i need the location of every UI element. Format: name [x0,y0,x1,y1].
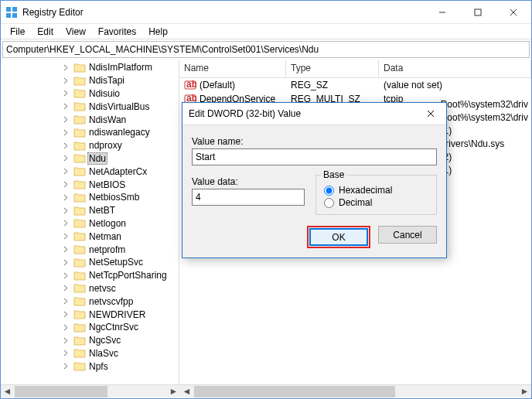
tree-expand-icon[interactable] [63,116,73,123]
tree-expand-icon[interactable] [63,337,73,344]
value-name-input[interactable] [192,148,437,165]
tree-expand-icon[interactable] [63,103,73,110]
scroll-thumb[interactable] [15,386,107,397]
tree-item[interactable]: Ndisuio [1,87,179,101]
tree-item[interactable]: NgcSvc [1,334,179,347]
tree-expand-icon[interactable] [63,90,73,97]
minimize-button[interactable] [425,1,460,24]
tree-expand-icon[interactable] [63,259,73,266]
tree-expand-icon[interactable] [63,194,73,201]
cancel-button[interactable]: Cancel [378,226,437,244]
tree-expand-icon[interactable] [63,272,73,279]
col-name[interactable]: Name [179,60,286,77]
col-type[interactable]: Type [286,60,379,77]
dialog-titlebar[interactable]: Edit DWORD (32-bit) Value [182,103,446,125]
tree-item[interactable]: ndproxy [1,139,179,152]
tree-expand-icon[interactable] [63,363,73,370]
tree-item[interactable]: Npfs [1,360,179,373]
list-hscroll[interactable]: ◄ ► [180,384,531,397]
tree-expand-icon[interactable] [63,129,73,136]
tree-item[interactable]: NdisVirtualBus [1,100,179,113]
tree-item[interactable]: NetBIOS [1,178,179,191]
tree-expand-icon[interactable] [63,207,73,214]
folder-icon [73,75,86,86]
radio-dec-input[interactable] [324,198,334,208]
tree-item-label: ndiswanlegacy [87,127,152,138]
value-data-input[interactable] [192,189,305,206]
tree-expand-icon[interactable] [63,311,73,318]
radio-hex[interactable]: Hexadecimal [324,185,428,196]
tree-hscroll[interactable]: ◄ ► [1,384,180,397]
close-button[interactable] [496,1,531,24]
menu-favorites[interactable]: Favorites [92,25,142,39]
tree-item[interactable]: netvsc [1,282,179,295]
col-data[interactable]: Data [379,60,531,77]
tree-item[interactable]: Ndu [1,152,179,165]
scroll-right-icon[interactable]: ► [518,385,531,398]
menu-help[interactable]: Help [142,25,174,39]
maximize-button[interactable] [460,1,496,24]
tree-item[interactable]: NdisWan [1,113,179,126]
tree-item[interactable]: Netlogon [1,217,179,230]
radio-hex-input[interactable] [324,186,334,196]
tree-expand-icon[interactable] [63,142,73,149]
value-data: (value not set) [379,80,531,90]
tree-expand-icon[interactable] [63,168,73,175]
tree-item-label: NdisImPlatform [87,62,154,73]
tree-expand-icon[interactable] [63,220,73,227]
tree-item[interactable]: NetSetupSvc [1,256,179,269]
tree-item[interactable]: ndiswanlegacy [1,126,179,139]
folder-icon [73,62,86,73]
hidden-value-text: Root%\system32\driv [441,98,528,111]
ok-button[interactable]: OK [309,228,368,246]
dialog-title: Edit DWORD (32-bit) Value [189,108,415,119]
folder-icon [73,114,86,125]
tree-item[interactable]: NetbiosSmb [1,191,179,204]
bottom-scrollbars: ◄ ► ◄ ► [1,384,531,397]
folder-icon [73,127,86,138]
tree-item-label: NlaSvc [87,348,120,359]
svg-text:ab: ab [186,79,196,90]
tree-pane[interactable]: NdisImPlatformNdisTapiNdisuioNdisVirtual… [1,60,179,384]
tree-item[interactable]: NetTcpPortSharing [1,269,179,282]
folder-icon [73,205,86,216]
menu-view[interactable]: View [60,25,92,39]
tree-expand-icon[interactable] [63,77,73,84]
tree-item-label: NdisTapi [87,75,126,86]
value-name: (Default) [200,80,235,90]
dialog-close-button[interactable] [415,103,446,125]
folder-icon [73,153,86,164]
list-row[interactable]: ab(Default)REG_SZ(value not set) [179,78,531,92]
hidden-value-text: Root%\system32\driv [441,111,528,124]
tree-item[interactable]: netprofm [1,243,179,256]
tree-expand-icon[interactable] [63,298,73,305]
hidden-value-text: (1) [441,124,528,138]
tree-expand-icon[interactable] [63,246,73,253]
scroll-left-icon[interactable]: ◄ [180,385,193,398]
tree-expand-icon[interactable] [63,324,73,331]
scroll-right-icon[interactable]: ► [167,385,180,398]
tree-expand-icon[interactable] [63,155,73,162]
tree-item[interactable]: Netman [1,230,179,243]
tree-item[interactable]: NetAdapterCx [1,165,179,178]
titlebar: Registry Editor [1,1,531,24]
menu-file[interactable]: File [4,25,31,39]
radio-dec[interactable]: Decimal [324,197,428,208]
tree-item[interactable]: NgcCtnrSvc [1,321,179,334]
tree-item[interactable]: NdisTapi [1,74,179,87]
tree-item[interactable]: NetBT [1,204,179,217]
tree-expand-icon[interactable] [63,233,73,240]
scroll-left-icon[interactable]: ◄ [1,385,14,398]
tree-expand-icon[interactable] [63,181,73,188]
tree-item[interactable]: NdisImPlatform [1,61,179,74]
tree-item[interactable]: NEWDRIVER [1,308,179,321]
scroll-thumb[interactable] [194,386,395,397]
tree-expand-icon[interactable] [63,64,73,71]
tree-item-label: NEWDRIVER [87,309,147,320]
tree-expand-icon[interactable] [63,350,73,356]
tree-item[interactable]: netvscvfpp [1,295,179,308]
menu-edit[interactable]: Edit [31,25,60,39]
tree-item[interactable]: NlaSvc [1,347,179,360]
tree-expand-icon[interactable] [63,285,73,292]
address-bar[interactable]: Computer\HKEY_LOCAL_MACHINE\SYSTEM\Contr… [2,41,530,58]
